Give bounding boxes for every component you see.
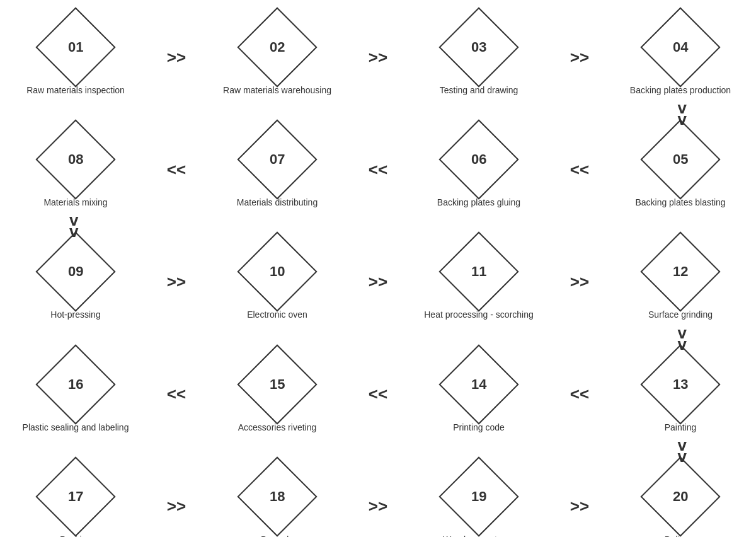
arrow-right-8: >> xyxy=(359,497,397,516)
step-06: 06 Backing plates gluing xyxy=(410,131,548,208)
step-13: 13 Painting xyxy=(611,356,750,433)
diamond-01: 01 xyxy=(35,7,115,87)
arrow-left-6: << xyxy=(561,384,598,404)
diamond-02: 02 xyxy=(237,7,317,87)
row-4: 16 Plastic sealing and labeling << 15 Ac… xyxy=(0,350,756,439)
step-02: 02 Raw materials warehousing xyxy=(208,19,346,96)
row-5: 17 Packing >> 18 Barcode >> 19 Warehouse… xyxy=(0,462,756,537)
arrow-right-4: >> xyxy=(158,272,195,292)
diamond-12: 12 xyxy=(640,232,720,312)
row-2: 08 Materials mixing << 07 Materials dist… xyxy=(0,125,756,214)
step-05: 05 Backing plates blasting xyxy=(611,131,750,208)
diamond-15: 15 xyxy=(237,344,317,424)
arrow-right-7: >> xyxy=(158,497,195,516)
step-11: 11 Heat processing - scorching xyxy=(410,243,548,320)
row-3: 09 Hot-pressing >> 10 Electronic oven >>… xyxy=(0,237,756,326)
diamond-04: 04 xyxy=(640,7,720,87)
step-09: 09 Hot-pressing xyxy=(6,243,145,320)
arrow-right-2: >> xyxy=(359,48,397,67)
diamond-11: 11 xyxy=(438,232,518,312)
arrow-left-3: << xyxy=(561,160,598,180)
diamond-07: 07 xyxy=(237,120,317,200)
down-arrow-13: v v xyxy=(0,439,756,462)
down-arrow-08: v v xyxy=(0,214,756,237)
step-17: 17 Packing xyxy=(6,468,145,537)
diamond-20: 20 xyxy=(640,456,720,536)
step-10: 10 Electronic oven xyxy=(208,243,346,320)
row-1: 01 Raw materials inspection >> 02 Raw ma… xyxy=(0,13,756,102)
diamond-13: 13 xyxy=(640,344,720,424)
down-arrow-12: v v xyxy=(0,327,756,350)
arrow-right-1: >> xyxy=(158,48,195,67)
flow-container: 01 Raw materials inspection >> 02 Raw ma… xyxy=(0,0,756,537)
arrow-right-9: >> xyxy=(561,497,598,516)
arrow-left-2: << xyxy=(359,160,397,180)
diamond-17: 17 xyxy=(35,456,115,536)
step-14: 14 Printing code xyxy=(410,356,548,433)
step-03: 03 Testing and drawing xyxy=(410,19,548,96)
diamond-06: 06 xyxy=(438,120,518,200)
step-12: 12 Surface grinding xyxy=(611,243,750,320)
diamond-19: 19 xyxy=(438,456,518,536)
step-01: 01 Raw materials inspection xyxy=(6,19,145,96)
arrow-right-5: >> xyxy=(359,272,397,292)
diamond-14: 14 xyxy=(438,344,518,424)
diamond-18: 18 xyxy=(237,456,317,536)
arrow-left-1: << xyxy=(158,160,195,180)
step-19: 19 Warehouse storge xyxy=(410,468,548,537)
step-16: 16 Plastic sealing and labeling xyxy=(6,356,145,433)
arrow-left-5: << xyxy=(359,384,397,404)
step-20: 20 Delivery xyxy=(611,468,750,537)
diamond-03: 03 xyxy=(438,7,518,87)
diamond-08: 08 xyxy=(35,120,115,200)
down-arrow-04: v v xyxy=(0,102,756,125)
step-15: 15 Accessories riveting xyxy=(208,356,346,433)
diamond-09: 09 xyxy=(35,232,115,312)
step-18: 18 Barcode xyxy=(208,468,346,537)
step-04: 04 Backing plates production xyxy=(611,19,750,96)
diamond-10: 10 xyxy=(237,232,317,312)
arrow-right-3: >> xyxy=(561,48,598,67)
step-07: 07 Materials distributing xyxy=(208,131,346,208)
diamond-05: 05 xyxy=(640,120,720,200)
step-08: 08 Materials mixing xyxy=(6,131,145,208)
diamond-16: 16 xyxy=(35,344,115,424)
arrow-left-4: << xyxy=(158,384,195,404)
arrow-right-6: >> xyxy=(561,272,598,292)
